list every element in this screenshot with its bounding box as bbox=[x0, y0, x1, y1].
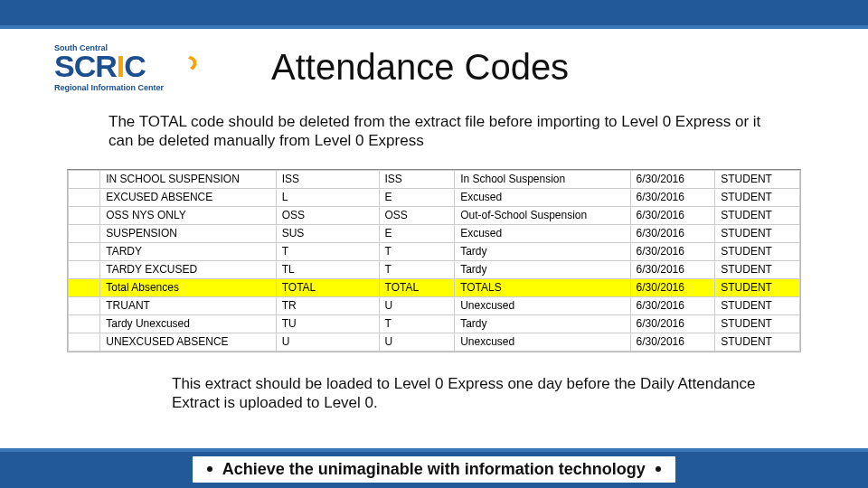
motto: Achieve the unimaginable with informatio… bbox=[0, 456, 868, 483]
table-cell bbox=[69, 170, 100, 188]
table-cell: Excused bbox=[455, 188, 630, 206]
table-cell: TOTAL bbox=[276, 278, 379, 296]
header: South Central SCRIC Regional Information… bbox=[0, 29, 868, 108]
table-cell: 6/30/2016 bbox=[630, 242, 715, 260]
table-row: OSS NYS ONLYOSSOSSOut-of-School Suspensi… bbox=[69, 206, 800, 224]
table-cell: TOTALS bbox=[455, 278, 630, 296]
table-row: EXCUSED ABSENCELEExcused6/30/2016STUDENT bbox=[69, 188, 800, 206]
table-cell: 6/30/2016 bbox=[630, 314, 715, 333]
table-cell bbox=[69, 188, 100, 206]
table-cell: 6/30/2016 bbox=[630, 278, 715, 296]
table-cell bbox=[69, 314, 100, 333]
table-cell: U bbox=[379, 333, 455, 351]
table-cell: E bbox=[379, 224, 455, 242]
table-cell: Unexcused bbox=[455, 296, 630, 314]
table-cell: In School Suspension bbox=[455, 170, 630, 188]
table-cell: Tardy bbox=[455, 242, 630, 260]
table-cell bbox=[69, 333, 100, 351]
page-title: Attendance Codes bbox=[199, 42, 832, 88]
motto-text: Achieve the unimaginable with informatio… bbox=[222, 460, 646, 478]
table-cell: TR bbox=[276, 296, 379, 314]
table-row: Tardy UnexcusedTUTTardy6/30/2016STUDENT bbox=[69, 314, 800, 333]
table-cell: 6/30/2016 bbox=[630, 224, 715, 242]
table-cell bbox=[69, 242, 100, 260]
table-cell: STUDENT bbox=[715, 206, 800, 224]
table-cell bbox=[69, 224, 100, 242]
table-cell: TL bbox=[276, 260, 379, 278]
table-cell bbox=[69, 296, 100, 314]
table-cell: STUDENT bbox=[715, 278, 800, 296]
intro-text: The TOTAL code should be deleted from th… bbox=[0, 108, 868, 151]
table-cell: SUS bbox=[276, 224, 379, 242]
table-cell: Unexcused bbox=[455, 333, 630, 351]
logo-tagline: Regional Information Center bbox=[54, 83, 164, 92]
logo-main-text: SCRIC bbox=[54, 51, 146, 81]
codes-table: IN SCHOOL SUSPENSIONISSISSIn School Susp… bbox=[67, 169, 801, 352]
table-row: Total AbsencesTOTALTOTALTOTALS6/30/2016S… bbox=[69, 278, 800, 296]
table-cell: Tardy bbox=[455, 260, 630, 278]
table-cell: STUDENT bbox=[715, 333, 800, 351]
table-cell: TOTAL bbox=[379, 278, 455, 296]
table-cell: ISS bbox=[276, 170, 379, 188]
bullet-icon bbox=[656, 466, 661, 472]
table-row: UNEXCUSED ABSENCEUUUnexcused6/30/2016STU… bbox=[69, 333, 800, 351]
table-row: TRUANTTRUUnexcused6/30/2016STUDENT bbox=[69, 296, 800, 314]
table-cell: 6/30/2016 bbox=[630, 260, 715, 278]
table-cell: T bbox=[379, 260, 455, 278]
table-cell: STUDENT bbox=[715, 224, 800, 242]
table-cell: STUDENT bbox=[715, 314, 800, 333]
table-cell bbox=[69, 278, 100, 296]
table-cell: T bbox=[379, 314, 455, 333]
table-cell: T bbox=[276, 242, 379, 260]
table-cell: UNEXCUSED ABSENCE bbox=[100, 333, 276, 351]
note-text: This extract should be loaded to Level 0… bbox=[0, 352, 868, 413]
bullet-icon bbox=[207, 466, 212, 472]
table-cell bbox=[69, 260, 100, 278]
table-cell: TRUANT bbox=[100, 296, 276, 314]
table-cell: ISS bbox=[379, 170, 455, 188]
table-cell: 6/30/2016 bbox=[630, 296, 715, 314]
table-cell: STUDENT bbox=[715, 260, 800, 278]
table-cell: TARDY EXCUSED bbox=[100, 260, 276, 278]
table-cell: L bbox=[276, 188, 379, 206]
table-cell: TU bbox=[276, 314, 379, 333]
table-row: IN SCHOOL SUSPENSIONISSISSIn School Susp… bbox=[69, 170, 800, 188]
table-cell: Out-of-School Suspension bbox=[455, 206, 630, 224]
table-cell: SUSPENSION bbox=[100, 224, 276, 242]
table-cell: 6/30/2016 bbox=[630, 188, 715, 206]
table-cell: 6/30/2016 bbox=[630, 206, 715, 224]
table-cell: STUDENT bbox=[715, 188, 800, 206]
table-cell: OSS NYS ONLY bbox=[100, 206, 276, 224]
table-row: TARDYTTTardy6/30/2016STUDENT bbox=[69, 242, 800, 260]
table-cell bbox=[69, 206, 100, 224]
table-cell: Excused bbox=[455, 224, 630, 242]
table-cell: TARDY bbox=[100, 242, 276, 260]
table-cell: Tardy bbox=[455, 314, 630, 333]
table-row: TARDY EXCUSEDTLTTardy6/30/2016STUDENT bbox=[69, 260, 800, 278]
table-cell: 6/30/2016 bbox=[630, 170, 715, 188]
table-cell: STUDENT bbox=[715, 296, 800, 314]
table-cell: STUDENT bbox=[715, 170, 800, 188]
table-cell: E bbox=[379, 188, 455, 206]
table-cell: T bbox=[379, 242, 455, 260]
top-bar bbox=[0, 0, 868, 29]
table-cell: EXCUSED ABSENCE bbox=[100, 188, 276, 206]
table-cell: OSS bbox=[276, 206, 379, 224]
logo-swoosh-icon bbox=[138, 50, 199, 85]
scric-logo: South Central SCRIC Regional Information… bbox=[54, 42, 199, 105]
table-cell: IN SCHOOL SUSPENSION bbox=[100, 170, 276, 188]
table-row: SUSPENSIONSUSEExcused6/30/2016STUDENT bbox=[69, 224, 800, 242]
table-cell: U bbox=[379, 296, 455, 314]
table-cell: 6/30/2016 bbox=[630, 333, 715, 351]
table-cell: Total Absences bbox=[100, 278, 276, 296]
table-cell: Tardy Unexcused bbox=[100, 314, 276, 333]
table-cell: OSS bbox=[379, 206, 455, 224]
table-cell: U bbox=[276, 333, 379, 351]
table-cell: STUDENT bbox=[715, 242, 800, 260]
